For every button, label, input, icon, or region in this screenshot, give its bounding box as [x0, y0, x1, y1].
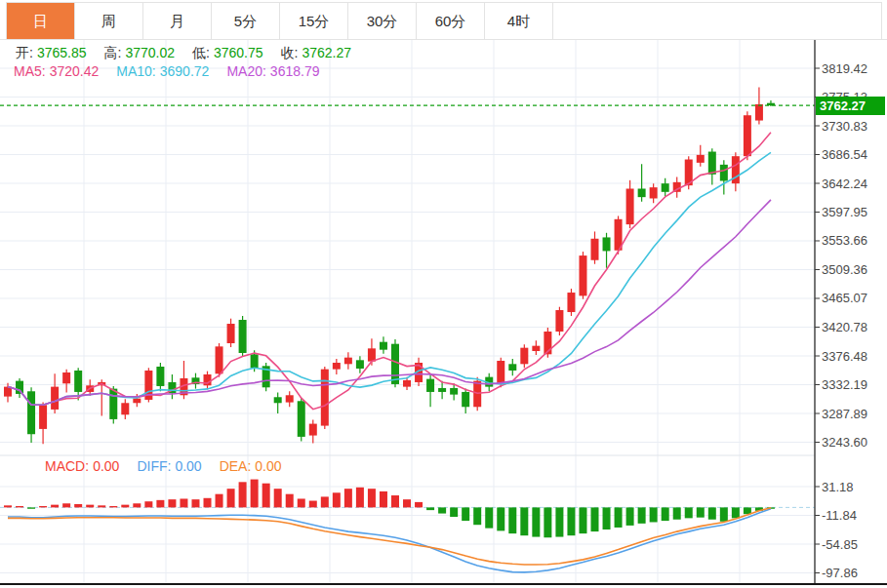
- macd-readout: MACD:0.00DIFF:0.00DEA:0.00: [45, 458, 300, 474]
- info-label: 收:: [281, 45, 299, 60]
- info-value: 3618.79: [270, 63, 320, 79]
- info-value: 3720.42: [50, 63, 100, 79]
- axis-tick-label: 3332.19: [822, 377, 867, 392]
- axis-tick-label: 3597.95: [822, 205, 867, 219]
- period-tabbar: 日周月5分15分30分60分4时: [6, 2, 882, 39]
- tab-5分[interactable]: 5分: [212, 3, 280, 40]
- info-value: 3760.75: [214, 45, 263, 60]
- axis-tick-label: 3243.60: [822, 435, 867, 450]
- axis-tick-label: 3686.54: [822, 147, 867, 162]
- info-value: 0.00: [93, 458, 119, 474]
- tab-60分[interactable]: 60分: [417, 3, 485, 40]
- info-label: MA5:: [14, 63, 46, 79]
- info-value: 0.00: [255, 458, 281, 474]
- info-value: 0.00: [175, 458, 201, 474]
- info-value: 3765.85: [37, 45, 87, 60]
- axis-tick-label: -11.84: [822, 508, 857, 523]
- tab-30分[interactable]: 30分: [348, 3, 417, 40]
- axis-tick-label: 3553.66: [822, 233, 867, 248]
- info-value: 3762.27: [302, 45, 351, 60]
- axis-tick-label: -54.85: [822, 537, 858, 552]
- info-label: 开:: [16, 45, 33, 60]
- tab-日[interactable]: 日: [7, 3, 75, 40]
- axis-tick-label: 3819.42: [822, 61, 867, 76]
- info-label: MA20:: [226, 63, 265, 79]
- axis-tick-label: 3509.36: [822, 262, 867, 277]
- tab-4时[interactable]: 4时: [485, 3, 553, 40]
- info-label: DIFF:: [137, 458, 171, 474]
- ma-readout: MA5:3720.42MA10:3690.72MA20:3618.79: [14, 63, 337, 79]
- info-value: 3690.72: [160, 63, 210, 79]
- axis-tick-label: -97.86: [822, 566, 858, 580]
- axis-tick-label: 3730.83: [822, 119, 867, 134]
- ohlc-readout: 开:3765.85高:3770.02低:3760.75收:3762.27: [16, 45, 369, 62]
- axis-tick-label: 3465.07: [822, 291, 867, 305]
- info-label: MACD:: [45, 458, 89, 474]
- tab-周[interactable]: 周: [75, 3, 143, 40]
- axis-tick-label: 3287.89: [822, 407, 867, 421]
- info-label: MA10:: [116, 63, 155, 79]
- info-label: DEA:: [220, 458, 252, 474]
- kline-chart[interactable]: 3819.423775.133730.833686.543642.243597.…: [0, 39, 887, 588]
- info-label: 高:: [104, 45, 122, 60]
- axis-tick-label: 31.18: [822, 480, 854, 494]
- info-value: 3770.02: [125, 45, 175, 60]
- tab-15分[interactable]: 15分: [280, 3, 348, 40]
- axis-tick-label: 3642.24: [822, 176, 867, 191]
- kline-app: 日周月5分15分30分60分4时 3819.423775.133730.8336…: [0, 0, 887, 588]
- axis-tick-label: 3420.78: [822, 320, 867, 334]
- axis-tick-label: 3376.48: [822, 349, 867, 364]
- last-price-tag: 3762.27: [816, 97, 885, 115]
- tab-月[interactable]: 月: [143, 3, 212, 40]
- info-label: 低:: [192, 45, 210, 60]
